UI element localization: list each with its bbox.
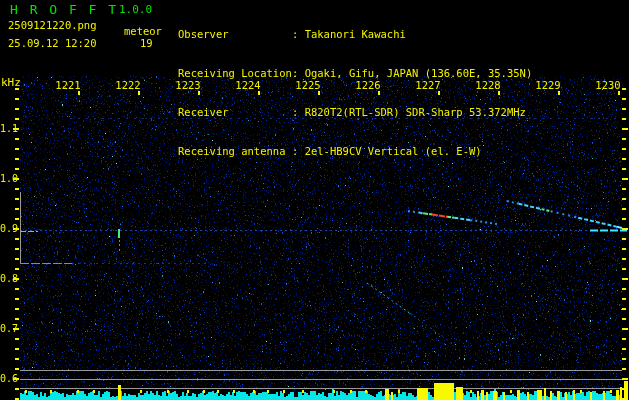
output-filename: 2509121220.png <box>8 19 97 31</box>
frame-datetime: 25.09.12 12:20 <box>8 37 97 49</box>
info-row-antenna: Receiving antenna: 2el-HB9CV Vertical (e… <box>178 145 532 158</box>
hrofft-window: H R O F F T 1.0.0 2509121220.png meteor … <box>0 0 629 400</box>
freq-tick-label: 0.6 <box>0 373 14 384</box>
app-version: 1.0.0 <box>119 3 152 16</box>
time-tick-label: 1229 <box>533 79 563 91</box>
time-tick-label: 1227 <box>413 79 443 91</box>
freq-tick-label: 1.1 <box>0 123 14 134</box>
app-title: H R O F F T <box>10 2 118 17</box>
freq-axis-unit: kHz <box>1 76 21 89</box>
time-tick-label: 1221 <box>53 79 83 91</box>
time-tick-label: 1224 <box>233 79 263 91</box>
freq-tick-label: 0.8 <box>0 273 14 284</box>
time-tick-label: 1225 <box>293 79 323 91</box>
info-row-receiver: Receiver: R820T2(RTL-SDR) SDR-Sharp 53.3… <box>178 106 532 119</box>
freq-tick-label: 0.7 <box>0 323 14 334</box>
info-row-observer: Observer: Takanori Kawachi <box>178 28 532 41</box>
time-tick-label: 1226 <box>353 79 383 91</box>
time-tick-label: 1228 <box>473 79 503 91</box>
time-tick-label: 1223 <box>173 79 203 91</box>
time-tick-label: 1222 <box>113 79 143 91</box>
freq-tick-label: 1.0 <box>0 173 14 184</box>
station-info: Observer: Takanori Kawachi Receiving Loc… <box>178 2 532 184</box>
time-tick-label: 1230 <box>593 79 623 91</box>
echo-count: 19 <box>140 37 153 49</box>
freq-tick-label: 0.9 <box>0 223 14 234</box>
mode-label: meteor <box>124 25 162 37</box>
